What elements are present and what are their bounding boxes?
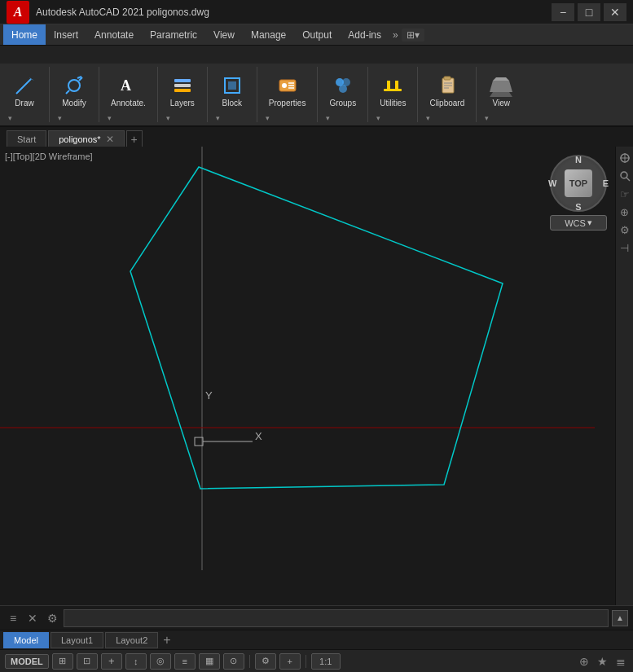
rt-zoom-button[interactable] — [617, 168, 633, 184]
status-icon-1[interactable]: ⊕ — [577, 655, 591, 668]
status-osnap-btn[interactable]: ◎ — [150, 653, 171, 670]
clipboard-expand-icon[interactable]: ▾ — [426, 114, 430, 122]
groups-expand-icon[interactable]: ▾ — [326, 114, 330, 122]
ribbon-group-clipboard-items: Clipboard — [424, 67, 469, 114]
ribbon-tabs — [0, 46, 633, 64]
utilities-expand-icon[interactable]: ▾ — [376, 114, 380, 122]
svg-marker-30 — [493, 77, 509, 81]
close-button[interactable]: ✕ — [604, 3, 626, 21]
properties-expand-icon[interactable]: ▾ — [266, 114, 270, 122]
menu-more[interactable]: » ⊞▾ — [389, 29, 428, 42]
view-button[interactable]: View — [483, 71, 519, 111]
autocad-logo: A — [7, 1, 29, 24]
window-title: Autodesk AutoCAD 2021 poligonos.dwg — [36, 7, 209, 18]
modify-expand-icon[interactable]: ▾ — [58, 114, 62, 122]
doc-tab-close-icon[interactable]: ✕ — [106, 134, 114, 145]
status-grid-btn[interactable]: ⊞ — [52, 653, 73, 670]
layout-tab-model[interactable]: Model — [3, 632, 49, 648]
status-otrack-btn[interactable]: ≡ — [174, 653, 196, 670]
cad-drawing: Y X — [0, 147, 615, 605]
ribbon-group-annotate: A Annotate. ▾ — [99, 67, 158, 122]
layers-button[interactable]: Layers — [165, 71, 200, 111]
maximize-button[interactable]: □ — [578, 3, 600, 21]
rt-hand-button[interactable]: ☞ — [617, 186, 633, 202]
layers-expand-icon[interactable]: ▾ — [166, 114, 170, 122]
draw-button[interactable]: Draw — [7, 71, 42, 111]
rt-end-button[interactable]: ⊣ — [617, 239, 633, 256]
annotate-icon: A — [116, 74, 139, 97]
viewport[interactable]: [-][Top][2D Wireframe] Y X — [0, 147, 615, 605]
layout-tab-layout2[interactable]: Layout2 — [105, 632, 158, 648]
status-polar-btn[interactable]: ↕ — [125, 653, 147, 670]
wcs-button[interactable]: WCS ▾ — [550, 215, 607, 231]
svg-line-3 — [66, 90, 69, 94]
menu-view[interactable]: View — [205, 24, 243, 45]
zoom-icon — [618, 169, 631, 182]
svg-rect-7 — [174, 79, 191, 82]
svg-rect-22 — [395, 81, 398, 89]
ribbon-group-utilities: Utilities ▾ — [368, 67, 418, 122]
draw-expand-icon[interactable]: ▾ — [8, 114, 12, 122]
menu-home[interactable]: Home — [3, 24, 46, 45]
layout-tabs: Model Layout1 Layout2 + — [0, 630, 633, 649]
svg-marker-28 — [490, 92, 512, 97]
layout-tab-add-button[interactable]: + — [160, 633, 174, 648]
status-tmode-btn[interactable]: + — [279, 653, 301, 670]
doc-tab-start[interactable]: Start — [7, 130, 46, 147]
wcs-arrow: ▾ — [587, 217, 592, 228]
status-ortho-btn[interactable]: + — [101, 653, 122, 670]
groups-button[interactable]: Groups — [324, 71, 361, 111]
clipboard-group-footer: ▾ — [424, 114, 469, 122]
layout-tab-layout2-label: Layout2 — [116, 635, 147, 645]
ribbon: Draw ▾ Modify ▾ — [0, 46, 633, 127]
rt-orbit-button[interactable]: ⊕ — [617, 204, 633, 220]
clipboard-button[interactable]: Clipboard — [424, 71, 469, 111]
doc-tab-add-button[interactable]: + — [126, 130, 143, 147]
ribbon-group-clipboard: Clipboard ▾ — [418, 67, 477, 122]
cmd-expand-button[interactable]: ▲ — [612, 610, 628, 626]
groups-icon — [332, 74, 354, 97]
layout-tab-layout1[interactable]: Layout1 — [51, 632, 103, 648]
status-dynmode-btn[interactable]: ⊙ — [223, 653, 244, 670]
status-scale-btn[interactable]: 1:1 — [311, 653, 341, 670]
annotate-expand-icon[interactable]: ▾ — [108, 114, 112, 122]
menu-annotate[interactable]: Annotate — [86, 24, 142, 45]
menu-manage[interactable]: Manage — [243, 24, 294, 45]
svg-point-34 — [621, 172, 627, 178]
ribbon-group-modify: Modify ▾ — [50, 67, 99, 122]
y-axis-label: Y — [205, 389, 213, 402]
cmd-close-button[interactable]: ✕ — [24, 610, 41, 626]
menu-insert[interactable]: Insert — [46, 24, 86, 45]
command-input[interactable] — [64, 609, 609, 627]
status-lweight-btn[interactable]: ⚙ — [255, 653, 276, 670]
block-group-footer: ▾ — [214, 114, 250, 122]
block-expand-icon[interactable]: ▾ — [216, 114, 220, 122]
draw-label: Draw — [15, 99, 33, 108]
rt-settings-button[interactable]: ⚙ — [617, 222, 633, 238]
compass-top-button[interactable]: TOP — [565, 169, 592, 197]
cmd-menu-button[interactable]: ≡ — [5, 610, 21, 626]
cmd-settings-button[interactable]: ⚙ — [44, 610, 60, 626]
rt-pan-button[interactable] — [617, 150, 633, 166]
ribbon-group-layers: Layers ▾ — [158, 67, 208, 122]
ribbon-content: Draw ▾ Modify ▾ — [0, 64, 633, 125]
status-icon-3[interactable]: ≣ — [613, 655, 628, 668]
status-icon-2[interactable]: ★ — [595, 655, 610, 668]
block-button[interactable]: Block — [214, 71, 250, 111]
menu-workspace[interactable]: ⊞▾ — [402, 29, 424, 42]
status-ducs-btn[interactable]: ▦ — [199, 653, 220, 670]
menu-output[interactable]: Output — [294, 24, 340, 45]
modify-button[interactable]: Modify — [56, 71, 92, 111]
menu-addins[interactable]: Add-ins — [340, 24, 389, 45]
annotate-button[interactable]: A Annotate. — [106, 71, 151, 111]
status-snap-btn[interactable]: ⊡ — [77, 653, 98, 670]
svg-rect-11 — [228, 81, 236, 90]
minimize-button[interactable]: − — [552, 3, 574, 21]
properties-button[interactable]: Properties — [264, 71, 311, 111]
svg-marker-29 — [490, 81, 512, 92]
doc-tab-poligonos[interactable]: poligonos* ✕ — [48, 130, 124, 147]
menu-parametric[interactable]: Parametric — [142, 24, 205, 45]
svg-point-2 — [68, 80, 80, 91]
view-expand-icon[interactable]: ▾ — [485, 114, 489, 122]
utilities-button[interactable]: Utilities — [375, 71, 411, 111]
